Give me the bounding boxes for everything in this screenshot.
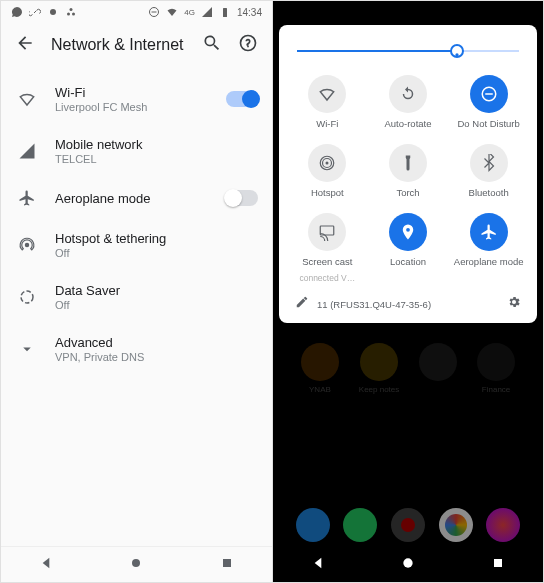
svg-point-0 xyxy=(50,9,56,15)
build-text: 11 (RFUS31.Q4U-47-35-6) xyxy=(317,299,499,310)
nav-recent[interactable] xyxy=(490,555,506,575)
cell-icon xyxy=(18,142,36,160)
nav-back[interactable] xyxy=(310,555,326,575)
dimmed-home: YNAB Keep notes Finance xyxy=(273,323,543,582)
hotspot-label: Hotspot & tethering xyxy=(55,231,258,246)
wifi-icon xyxy=(18,90,36,108)
svg-rect-19 xyxy=(494,559,502,567)
svg-point-9 xyxy=(132,559,140,567)
dnd-icon xyxy=(480,85,498,103)
mobile-sub: TELCEL xyxy=(55,153,258,165)
svg-point-7 xyxy=(25,243,30,248)
help-button[interactable] xyxy=(238,33,258,57)
wifi-status-icon xyxy=(166,6,178,18)
advanced-label: Advanced xyxy=(55,335,258,350)
qs-footer: 11 (RFUS31.Q4U-47-35-6) xyxy=(287,287,529,315)
signal-icon xyxy=(201,6,213,18)
torch-icon xyxy=(399,154,417,172)
gear-icon xyxy=(507,295,521,309)
svg-point-14 xyxy=(326,161,329,164)
svg-point-18 xyxy=(403,558,412,567)
svg-point-3 xyxy=(72,13,75,16)
rotate-icon xyxy=(399,85,417,103)
quick-settings-panel: Wi-Fi Auto-rotate Do Not Disturb Hotspot… xyxy=(279,25,537,323)
hotspot-icon xyxy=(318,154,336,172)
svg-point-1 xyxy=(70,8,73,11)
dnd-status-icon xyxy=(148,6,160,18)
tile-wifi[interactable]: Wi-Fi xyxy=(287,75,368,130)
bg-app: Keep notes xyxy=(359,343,399,394)
wifi-row[interactable]: Wi-Fi Liverpool FC Mesh xyxy=(1,73,272,125)
whatsapp-icon xyxy=(11,6,23,18)
nav-home[interactable] xyxy=(400,555,416,575)
advanced-row[interactable]: Advanced VPN, Private DNS xyxy=(1,323,272,375)
settings-button[interactable] xyxy=(507,295,521,313)
edit-button[interactable] xyxy=(295,295,309,313)
cloud-icon xyxy=(47,6,59,18)
bluetooth-icon xyxy=(480,154,498,172)
cluster-icon xyxy=(65,6,77,18)
status-bar: 4G 14:34 xyxy=(1,1,272,23)
qs-tile-grid: Wi-Fi Auto-rotate Do Not Disturb Hotspot… xyxy=(287,75,529,283)
location-icon xyxy=(399,223,417,241)
nav-home[interactable] xyxy=(128,555,144,575)
tile-airplane[interactable]: Aeroplane mode xyxy=(448,213,529,283)
cast-icon xyxy=(318,223,336,241)
datasaver-label: Data Saver xyxy=(55,283,258,298)
dock xyxy=(273,508,543,542)
wifi-icon xyxy=(318,85,336,103)
airplane-label: Aeroplane mode xyxy=(55,191,208,206)
tile-hotspot[interactable]: Hotspot xyxy=(287,144,368,199)
brightness-slider[interactable] xyxy=(297,41,519,61)
page-title: Network & Internet xyxy=(51,36,186,54)
mobile-label: Mobile network xyxy=(55,137,258,152)
clock: 14:34 xyxy=(237,7,262,18)
chevron-down-icon xyxy=(18,340,36,358)
airplane-row[interactable]: Aeroplane mode xyxy=(1,177,272,219)
nav-bar xyxy=(1,546,272,582)
wifi-label: Wi-Fi xyxy=(55,85,208,100)
svg-point-11 xyxy=(455,53,458,56)
app-bar: Network & Internet xyxy=(1,23,272,67)
svg-rect-10 xyxy=(223,559,231,567)
airplane-icon xyxy=(480,223,498,241)
tile-cast[interactable]: Screen cast connected V… xyxy=(287,213,368,283)
tile-torch[interactable]: Torch xyxy=(368,144,449,199)
quicksettings-phone: Wi-Fi Auto-rotate Do Not Disturb Hotspot… xyxy=(273,1,543,582)
link-icon xyxy=(29,6,41,18)
airplane-toggle[interactable] xyxy=(226,190,258,206)
wifi-sub: Liverpool FC Mesh xyxy=(55,101,208,113)
nav-back[interactable] xyxy=(38,555,54,575)
svg-point-2 xyxy=(67,13,70,16)
battery-icon xyxy=(219,6,231,18)
svg-point-8 xyxy=(21,291,33,303)
advanced-sub: VPN, Private DNS xyxy=(55,351,258,363)
airplane-icon xyxy=(18,189,36,207)
datasaver-icon xyxy=(18,288,36,306)
settings-phone: 4G 14:34 Network & Internet Wi-Fi Liverp… xyxy=(1,1,273,582)
back-button[interactable] xyxy=(15,33,35,57)
svg-rect-6 xyxy=(223,8,227,17)
search-button[interactable] xyxy=(202,33,222,57)
tile-bluetooth[interactable]: Bluetooth xyxy=(448,144,529,199)
wifi-toggle[interactable] xyxy=(226,91,258,107)
bg-app xyxy=(419,343,457,394)
nav-bar xyxy=(273,548,543,582)
datasaver-row[interactable]: Data Saver Off xyxy=(1,271,272,323)
tile-location[interactable]: Location xyxy=(368,213,449,283)
nav-recent[interactable] xyxy=(219,555,235,575)
settings-list: Wi-Fi Liverpool FC Mesh Mobile network T… xyxy=(1,67,272,546)
tile-dnd[interactable]: Do Not Disturb xyxy=(448,75,529,130)
hotspot-sub: Off xyxy=(55,247,258,259)
datasaver-sub: Off xyxy=(55,299,258,311)
hotspot-icon xyxy=(18,236,36,254)
pencil-icon xyxy=(295,295,309,309)
hotspot-row[interactable]: Hotspot & tethering Off xyxy=(1,219,272,271)
bg-app: Finance xyxy=(477,343,515,394)
tile-autorotate[interactable]: Auto-rotate xyxy=(368,75,449,130)
bg-app: YNAB xyxy=(301,343,339,394)
mobile-row[interactable]: Mobile network TELCEL xyxy=(1,125,272,177)
brightness-icon xyxy=(452,50,462,60)
